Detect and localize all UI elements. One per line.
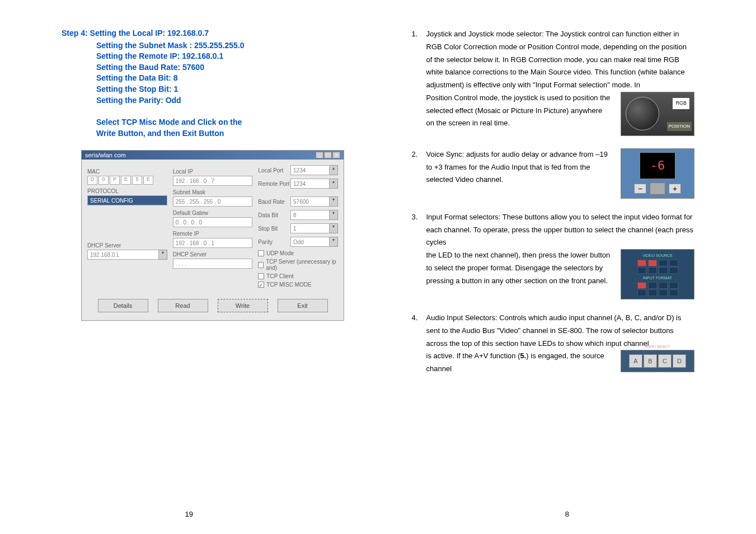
tcp-client-checkbox[interactable] <box>258 273 264 279</box>
maximize-button[interactable]: □ <box>324 152 332 158</box>
udp-checkbox[interactable] <box>258 250 264 256</box>
minus-button[interactable]: − <box>634 184 646 194</box>
remote-port-field[interactable]: 1234 <box>290 179 330 189</box>
joystick-thumbnail: RGB POSITION <box>621 92 694 136</box>
page-number-right: 8 <box>565 510 569 518</box>
local-ip-field[interactable]: 192 . 168 . 0 . 7 <box>173 176 253 186</box>
dropdown-icon[interactable]: ▾ <box>159 250 167 260</box>
page-number-left: 19 <box>185 510 193 518</box>
local-port-field[interactable]: 1234 <box>290 165 330 175</box>
audio-select-thumbnail: AUDIO SELECT A B C D <box>621 350 694 372</box>
spinner-icon[interactable]: ▴ <box>330 179 338 189</box>
input-format-header: INPUT FORMAT <box>623 275 692 282</box>
video-source-header: VIDEO SOURCE <box>623 252 692 259</box>
list-item-2: 2. Voice Sync: adjusts for audio delay o… <box>412 148 695 199</box>
audio-btn-d[interactable]: D <box>673 354 686 368</box>
dropdown-icon[interactable]: ▾ <box>330 196 338 207</box>
stopbit-field[interactable]: 1 <box>290 223 330 233</box>
dialog-title: seris/wlan com <box>85 152 126 158</box>
subnet-field[interactable]: 255 . 255 . 255 . 0 <box>173 196 253 207</box>
read-button[interactable]: Read <box>158 299 208 312</box>
close-button[interactable]: × <box>332 152 340 158</box>
page-right: 1. Joystick and Joystick mode selector: … <box>378 0 757 534</box>
step4-sub6: Setting the Parity: Odd <box>96 95 345 106</box>
list-item-4: 4. Audio Input Selectors: Controls which… <box>412 312 695 376</box>
joystick-rgb-label: RGB <box>673 98 689 109</box>
spinner-icon[interactable]: ▴ <box>330 165 338 175</box>
protocol-label: PROTOCOL <box>87 188 167 194</box>
mac-field[interactable]: D <box>87 176 97 185</box>
plus-button[interactable]: + <box>669 184 681 194</box>
udp-label: UDP Mode <box>266 250 294 256</box>
step4-sub5: Setting the Stop Bit: 1 <box>96 84 345 95</box>
mac-label: MAC <box>87 168 167 175</box>
step4-sub1: Setting the Subnet Mask : 255.255.255.0 <box>96 40 345 51</box>
config-dialog: seris/wlan com _ □ × MAC D 0 P E 5 E PRO… <box>81 150 344 321</box>
dialog-col-right: Local Port 1234▴ Remote Port 1234▴ Baud … <box>258 165 338 288</box>
stopbit-label: Stop Bit <box>258 226 290 232</box>
page-left: Step 4: Setting the Local IP: 192.168.0.… <box>0 0 378 534</box>
voice-sync-display: -6 <box>640 152 676 180</box>
dialog-col-left: MAC D 0 P E 5 E PROTOCOL SERIAL CONFIG D… <box>87 165 167 288</box>
local-ip-label: Local IP <box>173 168 253 175</box>
databit-label: Data Bit <box>258 212 290 218</box>
item2-num: 2. <box>412 148 426 199</box>
local-port-label: Local Port <box>258 167 290 174</box>
remote-ip-label: Remote IP <box>173 231 253 237</box>
dialog-col-mid: Local IP 192 . 168 . 0 . 7 Subnet Mask 2… <box>173 165 253 288</box>
action-line1: Select TCP Misc Mode and Click on the <box>96 117 345 128</box>
details-button[interactable]: Details <box>98 299 148 312</box>
tcp-client-label: TCP Client <box>266 273 293 279</box>
write-button[interactable]: Write <box>218 299 268 312</box>
protocol-highlight[interactable]: SERIAL CONFIG <box>87 195 167 205</box>
action-line2: Write Button, and then Exit Button <box>96 128 345 139</box>
item4-num: 4. <box>412 312 426 376</box>
step4-sub2: Setting the Remote IP: 192.168.0.1 <box>96 51 345 62</box>
step4-title: Step 4: Setting the Local IP: 192.168.0.… <box>62 28 345 39</box>
input-format-thumbnail: VIDEO SOURCE INPUT FORMAT <box>621 249 694 299</box>
item1-num: 1. <box>412 28 426 136</box>
list-item-3: 3. Input Format selectors: These buttons… <box>412 211 695 299</box>
item1-text: Joystick and Joystick mode selector: The… <box>426 30 687 89</box>
dialog-title-bar: seris/wlan com _ □ × <box>82 151 344 160</box>
dhcp-value[interactable]: 192.168.0.L <box>87 250 159 260</box>
item3-wrapped: the LED to the next channel), then press… <box>426 249 613 299</box>
item1-wrapped: Position Control mode, the joystick is u… <box>426 92 613 136</box>
exit-button[interactable]: Exit <box>278 299 328 312</box>
sel-led <box>637 260 646 266</box>
item4-text: Audio Input Selectors: Controls which au… <box>426 313 682 348</box>
tcp-server-checkbox[interactable] <box>258 262 264 268</box>
step4-sub4: Setting the Data Bit: 8 <box>96 73 345 84</box>
audio-btn-a[interactable]: A <box>629 354 642 368</box>
baud-field[interactable]: 57600 <box>290 196 330 207</box>
gateway-field[interactable]: 0 . 0 . 0 . 0 <box>173 217 253 227</box>
audio-btn-b[interactable]: B <box>644 354 657 368</box>
subnet-label: Subnet Mask <box>173 189 253 195</box>
parity-field[interactable]: Odd <box>290 237 330 247</box>
remote-ip-field[interactable]: 192 . 168 . 0 . 1 <box>173 238 253 248</box>
list-item-1: 1. Joystick and Joystick mode selector: … <box>412 28 695 136</box>
dropdown-icon[interactable]: ▾ <box>330 223 338 233</box>
parity-label: Parity <box>258 239 290 245</box>
remote-port-label: Remote Port <box>258 181 290 187</box>
item3-num: 3. <box>412 211 426 299</box>
item2-text: Voice Sync: adjusts for audio delay or a… <box>426 148 613 199</box>
voice-sync-thumbnail: -6 − + <box>621 148 694 199</box>
databit-field[interactable]: 8 <box>290 210 330 220</box>
joystick-icon <box>626 97 659 130</box>
voice-mid-button[interactable] <box>650 182 665 195</box>
dhcp-label: DHCP Server <box>87 242 167 249</box>
baud-label: Baud Rate <box>258 199 290 205</box>
tcp-misc-label: TCP MISC MODE <box>266 282 311 288</box>
joystick-position-label: POSITION <box>667 122 692 131</box>
dhcp-server-label: DHCP Server <box>173 251 253 257</box>
dropdown-icon[interactable]: ▾ <box>330 237 338 247</box>
audio-btn-c[interactable]: C <box>658 354 672 368</box>
tcp-misc-checkbox[interactable]: ✓ <box>258 282 264 288</box>
dropdown-icon[interactable]: ▾ <box>330 210 338 220</box>
dhcp-server-field[interactable]: . . . . <box>173 259 253 269</box>
audio-select-header: AUDIO SELECT <box>645 344 670 350</box>
minimize-button[interactable]: _ <box>316 152 323 158</box>
item3-text: Input Format selectors: These buttons al… <box>426 213 693 247</box>
tcp-server-label: TCP Server (unnecessary ip and) <box>266 259 338 271</box>
